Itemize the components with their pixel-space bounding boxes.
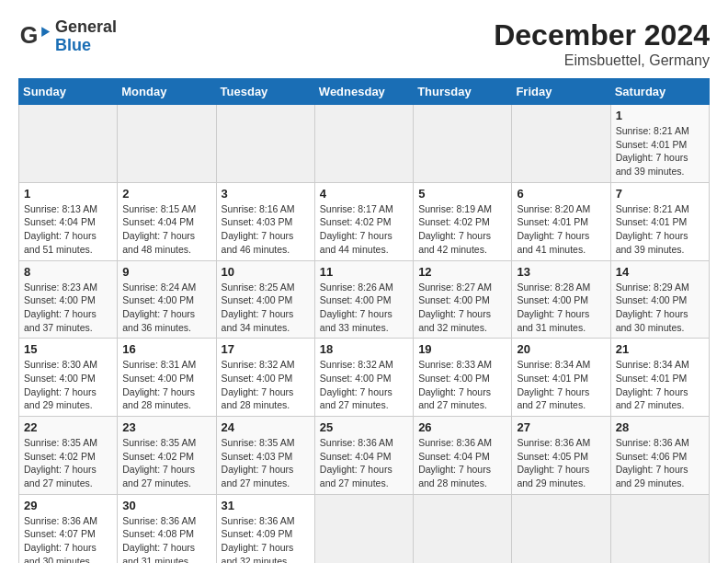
calendar-subtitle: Eimsbuettel, Germany bbox=[494, 52, 710, 69]
calendar-table: SundayMondayTuesdayWednesdayThursdayFrid… bbox=[18, 78, 710, 563]
day-cell: 28 Sunrise: 8:36 AM Sunset: 4:06 PM Dayl… bbox=[610, 417, 709, 495]
day-info: Sunrise: 8:24 AM Sunset: 4:00 PM Dayligh… bbox=[122, 281, 210, 335]
day-info: Sunrise: 8:36 AM Sunset: 4:08 PM Dayligh… bbox=[122, 514, 210, 563]
day-number: 11 bbox=[320, 265, 408, 279]
day-cell: 25 Sunrise: 8:36 AM Sunset: 4:04 PM Dayl… bbox=[314, 417, 413, 495]
calendar-title: December 2024 bbox=[494, 18, 710, 52]
day-cell: 18 Sunrise: 8:32 AM Sunset: 4:00 PM Dayl… bbox=[314, 339, 413, 417]
day-number: 31 bbox=[222, 499, 310, 512]
day-info: Sunrise: 8:21 AM Sunset: 4:01 PM Dayligh… bbox=[616, 202, 704, 257]
day-info: Sunrise: 8:28 AM Sunset: 4:00 PM Dayligh… bbox=[517, 281, 605, 335]
day-cell: 15 Sunrise: 8:30 AM Sunset: 4:00 PM Dayl… bbox=[19, 339, 118, 417]
day-number: 17 bbox=[222, 342, 310, 356]
day-info: Sunrise: 8:21 AM Sunset: 4:01 PM Dayligh… bbox=[616, 124, 704, 178]
day-cell: 2 Sunrise: 8:15 AM Sunset: 4:04 PM Dayli… bbox=[118, 182, 216, 260]
day-number: 29 bbox=[24, 499, 112, 512]
col-header-wednesday: Wednesday bbox=[314, 79, 413, 105]
day-cell: 14 Sunrise: 8:29 AM Sunset: 4:00 PM Dayl… bbox=[610, 260, 709, 339]
day-number: 4 bbox=[320, 187, 408, 201]
week-row-3: 8 Sunrise: 8:23 AM Sunset: 4:00 PM Dayli… bbox=[19, 260, 710, 339]
day-info: Sunrise: 8:36 AM Sunset: 4:06 PM Dayligh… bbox=[616, 436, 704, 490]
col-header-friday: Friday bbox=[512, 79, 610, 105]
day-info: Sunrise: 8:36 AM Sunset: 4:04 PM Dayligh… bbox=[320, 436, 408, 490]
day-number: 2 bbox=[122, 187, 210, 201]
day-cell: 12 Sunrise: 8:27 AM Sunset: 4:00 PM Dayl… bbox=[414, 260, 512, 339]
day-number: 27 bbox=[517, 420, 605, 434]
day-cell: 10 Sunrise: 8:25 AM Sunset: 4:00 PM Dayl… bbox=[216, 260, 314, 339]
day-number: 15 bbox=[24, 342, 112, 356]
day-cell: 13 Sunrise: 8:28 AM Sunset: 4:00 PM Dayl… bbox=[512, 260, 610, 339]
day-number: 13 bbox=[517, 265, 605, 279]
day-number: 24 bbox=[222, 420, 310, 434]
day-cell bbox=[118, 105, 216, 183]
day-info: Sunrise: 8:30 AM Sunset: 4:00 PM Dayligh… bbox=[24, 358, 112, 412]
day-info: Sunrise: 8:32 AM Sunset: 4:00 PM Dayligh… bbox=[222, 358, 310, 412]
title-block: December 2024 Eimsbuettel, Germany bbox=[494, 18, 710, 69]
day-info: Sunrise: 8:35 AM Sunset: 4:02 PM Dayligh… bbox=[24, 436, 112, 490]
day-number: 19 bbox=[418, 342, 506, 356]
day-cell bbox=[414, 105, 512, 183]
page-header: G General Blue December 2024 Eimsbuettel… bbox=[18, 18, 710, 69]
day-number: 10 bbox=[222, 265, 310, 279]
day-info: Sunrise: 8:34 AM Sunset: 4:01 PM Dayligh… bbox=[517, 358, 605, 412]
logo-text: General Blue bbox=[55, 18, 117, 55]
day-info: Sunrise: 8:26 AM Sunset: 4:00 PM Dayligh… bbox=[320, 281, 408, 335]
day-info: Sunrise: 8:36 AM Sunset: 4:05 PM Dayligh… bbox=[517, 436, 605, 490]
day-info: Sunrise: 8:33 AM Sunset: 4:00 PM Dayligh… bbox=[418, 358, 506, 412]
day-cell: 26 Sunrise: 8:36 AM Sunset: 4:04 PM Dayl… bbox=[414, 417, 512, 495]
day-info: Sunrise: 8:34 AM Sunset: 4:01 PM Dayligh… bbox=[616, 358, 704, 412]
day-cell: 11 Sunrise: 8:26 AM Sunset: 4:00 PM Dayl… bbox=[314, 260, 413, 339]
day-info: Sunrise: 8:23 AM Sunset: 4:00 PM Dayligh… bbox=[24, 281, 112, 335]
day-number: 25 bbox=[320, 420, 408, 434]
day-cell: 1 Sunrise: 8:13 AM Sunset: 4:04 PM Dayli… bbox=[19, 182, 118, 260]
day-number: 12 bbox=[418, 265, 506, 279]
day-info: Sunrise: 8:16 AM Sunset: 4:03 PM Dayligh… bbox=[222, 202, 310, 257]
day-cell bbox=[512, 494, 610, 563]
day-cell bbox=[414, 494, 512, 563]
logo-line1: General bbox=[55, 18, 117, 37]
day-cell bbox=[216, 105, 314, 183]
day-cell bbox=[19, 105, 118, 183]
svg-text:G: G bbox=[20, 22, 39, 48]
day-number: 9 bbox=[122, 265, 210, 279]
week-row-4: 15 Sunrise: 8:30 AM Sunset: 4:00 PM Dayl… bbox=[19, 339, 710, 417]
day-info: Sunrise: 8:29 AM Sunset: 4:00 PM Dayligh… bbox=[616, 281, 704, 335]
day-cell: 8 Sunrise: 8:23 AM Sunset: 4:00 PM Dayli… bbox=[19, 260, 118, 339]
day-cell: 30 Sunrise: 8:36 AM Sunset: 4:08 PM Dayl… bbox=[118, 494, 216, 563]
day-number: 22 bbox=[24, 420, 112, 434]
day-number: 16 bbox=[122, 342, 210, 356]
day-cell: 9 Sunrise: 8:24 AM Sunset: 4:00 PM Dayli… bbox=[118, 260, 216, 339]
day-info: Sunrise: 8:27 AM Sunset: 4:00 PM Dayligh… bbox=[418, 281, 506, 335]
day-info: Sunrise: 8:31 AM Sunset: 4:00 PM Dayligh… bbox=[122, 358, 210, 412]
col-header-monday: Monday bbox=[118, 79, 216, 105]
day-cell: 4 Sunrise: 8:17 AM Sunset: 4:02 PM Dayli… bbox=[314, 182, 413, 260]
day-info: Sunrise: 8:35 AM Sunset: 4:02 PM Dayligh… bbox=[122, 436, 210, 490]
col-header-tuesday: Tuesday bbox=[216, 79, 314, 105]
day-cell: 21 Sunrise: 8:34 AM Sunset: 4:01 PM Dayl… bbox=[610, 339, 709, 417]
day-cell: 31 Sunrise: 8:36 AM Sunset: 4:09 PM Dayl… bbox=[216, 494, 314, 563]
day-number: 28 bbox=[616, 420, 704, 434]
day-info: Sunrise: 8:36 AM Sunset: 4:07 PM Dayligh… bbox=[24, 514, 112, 563]
day-cell: 29 Sunrise: 8:36 AM Sunset: 4:07 PM Dayl… bbox=[19, 494, 118, 563]
week-row-6: 29 Sunrise: 8:36 AM Sunset: 4:07 PM Dayl… bbox=[19, 494, 710, 563]
day-cell: 16 Sunrise: 8:31 AM Sunset: 4:00 PM Dayl… bbox=[118, 339, 216, 417]
day-info: Sunrise: 8:15 AM Sunset: 4:04 PM Dayligh… bbox=[122, 202, 210, 257]
day-cell: 6 Sunrise: 8:20 AM Sunset: 4:01 PM Dayli… bbox=[512, 182, 610, 260]
day-info: Sunrise: 8:17 AM Sunset: 4:02 PM Dayligh… bbox=[320, 202, 408, 257]
day-number: 6 bbox=[517, 187, 605, 201]
col-header-thursday: Thursday bbox=[414, 79, 512, 105]
day-cell: 7 Sunrise: 8:21 AM Sunset: 4:01 PM Dayli… bbox=[610, 182, 709, 260]
day-info: Sunrise: 8:36 AM Sunset: 4:04 PM Dayligh… bbox=[418, 436, 506, 490]
day-number: 20 bbox=[517, 342, 605, 356]
day-number: 1 bbox=[616, 109, 704, 122]
day-cell: 24 Sunrise: 8:35 AM Sunset: 4:03 PM Dayl… bbox=[216, 417, 314, 495]
day-number: 8 bbox=[24, 265, 112, 279]
day-cell bbox=[512, 105, 610, 183]
logo: G General Blue bbox=[18, 18, 117, 55]
day-cell bbox=[314, 494, 413, 563]
day-cell: 1 Sunrise: 8:21 AM Sunset: 4:01 PM Dayli… bbox=[610, 105, 709, 183]
day-number: 26 bbox=[418, 420, 506, 434]
day-number: 30 bbox=[122, 499, 210, 512]
day-info: Sunrise: 8:35 AM Sunset: 4:03 PM Dayligh… bbox=[222, 436, 310, 490]
week-row-1: 1 Sunrise: 8:21 AM Sunset: 4:01 PM Dayli… bbox=[19, 105, 710, 183]
